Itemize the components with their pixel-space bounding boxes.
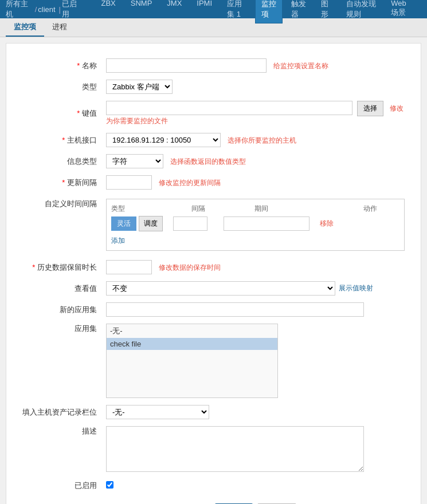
nav-tab-zbx[interactable]: ZBX — [95, 0, 122, 23]
label-custom-interval: 自定义时间间隔 — [18, 193, 101, 257]
breadcrumb-client[interactable]: client — [38, 5, 55, 14]
status-enabled: 已启用 — [62, 0, 81, 19]
nav-tab-monitor[interactable]: 监控项 — [255, 0, 283, 23]
schedule-button[interactable]: 调度 — [139, 216, 163, 231]
nav-tab-snmp[interactable]: SNMP — [124, 0, 159, 23]
nav-tab-graph[interactable]: 图形 — [315, 0, 338, 23]
nav-tab-autodiscover[interactable]: 自动发现规则 — [340, 0, 383, 23]
sub-tab-monitor[interactable]: 监控项 — [6, 18, 44, 37]
annotation-info-type: 选择函数返回的数值类型 — [170, 158, 246, 166]
label-name: * 名称 — [18, 55, 101, 76]
row-name: * 名称 check file /etc/passwd 给监控项设置名称 选择对… — [18, 55, 409, 76]
type-select[interactable]: Zabbix 客户端 — [106, 80, 173, 94]
label-type: 类型 — [18, 76, 101, 97]
row-interface: * 主机接口 192.168.91.129 : 10050 选择你所要监控的主机 — [18, 129, 409, 151]
label-app: 应用集 — [18, 320, 101, 401]
nav-tab-appset[interactable]: 应用集 1 — [221, 0, 253, 23]
name-input[interactable]: check file /etc/passwd — [106, 58, 267, 73]
custom-period-input[interactable]: 1-7,00:00-24:00 — [224, 216, 310, 231]
annotation-history: 修改数据的保存时间 — [159, 263, 221, 271]
interface-select[interactable]: 192.168.91.129 : 10050 — [106, 133, 221, 147]
row-app: 应用集 -无- check file — [18, 320, 409, 401]
nav-tab-jmx[interactable]: JMX — [160, 0, 188, 23]
row-info-type: 信息类型 字符 选择函数返回的数值类型 — [18, 151, 409, 172]
nav-tab-trigger[interactable]: 触发器 — [285, 0, 312, 23]
row-desc: 描述 — [18, 423, 409, 477]
breadcrumb-all-hosts[interactable]: 所有主机 — [6, 0, 32, 19]
annotation-update: 修改监控的更新间隔 — [159, 179, 221, 187]
annotation-interface: 选择你所要监控的主机 — [228, 136, 296, 144]
row-new-app: 新的应用集 — [18, 299, 409, 320]
col-type-label: 类型 — [111, 204, 174, 214]
form-table: * 名称 check file /etc/passwd 给监控项设置名称 选择对… — [18, 55, 409, 504]
asset-select[interactable]: -无- — [106, 405, 209, 419]
lookup-select[interactable]: 不变 — [106, 281, 335, 296]
row-key: * 键值 vfs.file.md5sum[/etc/passwd] 选择 修改为… — [18, 97, 409, 129]
custom-interval-input[interactable]: 50s — [173, 216, 207, 231]
app-list-item-checkfile[interactable]: check file — [107, 338, 277, 350]
main-form-area: * 名称 check file /etc/passwd 给监控项设置名称 选择对… — [6, 43, 421, 504]
remove-interval-link[interactable]: 移除 — [320, 219, 334, 229]
row-lookup: 查看值 不变 展示值映射 — [18, 278, 409, 299]
custom-interval-header: 类型 间隔 期间 动作 — [111, 204, 399, 214]
nav-tab-ipmi[interactable]: IPMI — [190, 0, 218, 23]
col-period-label: 期间 — [254, 204, 346, 214]
label-info-type: 信息类型 — [18, 151, 101, 172]
key-input[interactable]: vfs.file.md5sum[/etc/passwd] — [106, 101, 352, 115]
new-app-input[interactable] — [106, 302, 364, 317]
col-interval-label: 间隔 — [191, 204, 237, 214]
label-history: * 历史数据保留时长 — [18, 257, 101, 278]
row-type: 类型 Zabbix 客户端 — [18, 76, 409, 97]
desc-textarea[interactable] — [106, 426, 364, 472]
custom-interval-row: 灵活 调度 50s 1-7,00:00-24:00 移除 — [111, 216, 399, 231]
label-update-interval: * 更新间隔 — [18, 172, 101, 193]
label-interface: * 主机接口 — [18, 129, 101, 151]
app-list-item-none[interactable]: -无- — [107, 324, 277, 338]
row-asset: 填入主机资产记录栏位 -无- — [18, 401, 409, 423]
agile-button[interactable]: 灵活 — [111, 216, 136, 231]
key-select-button[interactable]: 选择 — [357, 101, 383, 116]
label-new-app: 新的应用集 — [18, 299, 101, 320]
row-actions: 添加 取消 — [18, 494, 409, 504]
row-history: * 历史数据保留时长 90d 修改数据的保存时间 — [18, 257, 409, 278]
annotation-name: 给监控项设置名称 — [273, 62, 328, 70]
top-navigation: 所有主机 / client | 已启用 ZBX SNMP JMX IPMI 应用… — [0, 0, 427, 18]
label-enabled: 已启用 — [18, 477, 101, 494]
col-action-label: 动作 — [363, 204, 377, 214]
label-asset: 填入主机资产记录栏位 — [18, 401, 101, 423]
history-input[interactable]: 90d — [106, 260, 152, 274]
row-enabled: 已启用 — [18, 477, 409, 494]
update-interval-input[interactable]: 30s — [106, 175, 152, 190]
app-list-box[interactable]: -无- check file — [106, 324, 278, 398]
label-lookup: 查看值 — [18, 278, 101, 299]
row-update-interval: * 更新间隔 30s 修改监控的更新间隔 — [18, 172, 409, 193]
label-desc: 描述 — [18, 423, 101, 477]
row-custom-interval: 自定义时间间隔 类型 间隔 期间 动作 灵活 调度 — [18, 193, 409, 257]
enabled-checkbox[interactable] — [106, 481, 113, 489]
custom-interval-section: 类型 间隔 期间 动作 灵活 调度 50s — [106, 199, 405, 251]
add-interval-link[interactable]: 添加 — [111, 236, 125, 246]
nav-tab-web[interactable]: Web 场景 — [385, 0, 419, 23]
info-type-select[interactable]: 字符 — [106, 154, 163, 168]
sub-tab-process[interactable]: 进程 — [44, 18, 75, 37]
nav-tabs: ZBX SNMP JMX IPMI 应用集 1 监控项 触发器 图形 自动发现规… — [95, 0, 421, 23]
lookup-area: 不变 展示值映射 — [106, 281, 405, 296]
expand-value-map-link[interactable]: 展示值映射 — [339, 284, 373, 293]
label-key: * 键值 — [18, 97, 101, 129]
